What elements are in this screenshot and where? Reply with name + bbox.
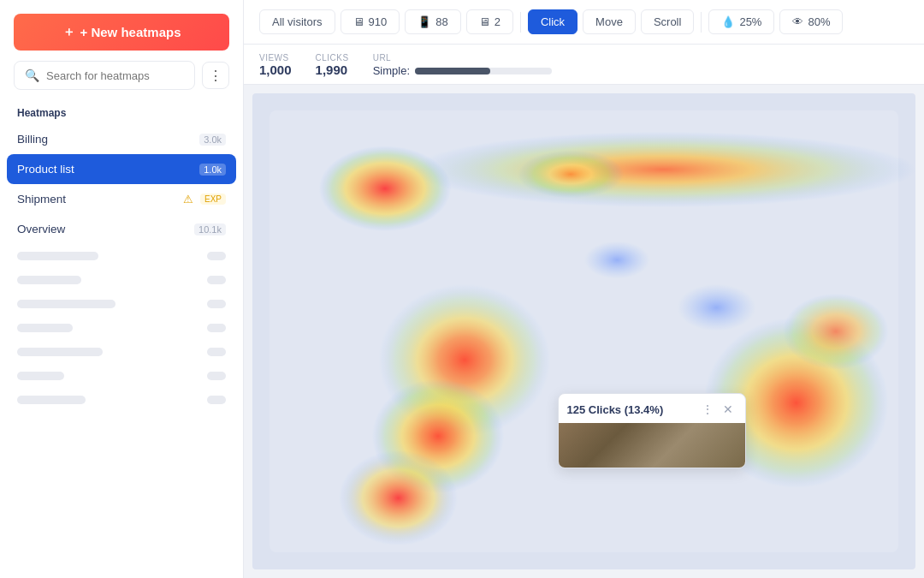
topbar: All visitors 🖥 910 📱 88 🖥 2 Click Move S…: [244, 0, 924, 45]
url-stat: URL Simple:: [373, 53, 552, 77]
popup-more-button[interactable]: ⋮: [699, 401, 716, 418]
views-label: VIEWS: [259, 53, 292, 63]
all-visitors-button[interactable]: All visitors: [259, 9, 335, 34]
click-button[interactable]: Click: [528, 9, 578, 34]
clicks-label: CLICKS: [316, 53, 349, 63]
scroll-label: Scroll: [654, 15, 682, 28]
clicks-stat: CLICKS 1,990: [316, 53, 349, 77]
sidebar-item-shipment[interactable]: Shipment ⚠ EXP: [0, 184, 243, 214]
divider-2: [701, 12, 702, 33]
skeleton-row-4: [0, 316, 243, 340]
more-options-button[interactable]: ⋮: [202, 62, 229, 89]
sidebar-item-product-label: Product list: [17, 163, 199, 176]
views-stat: VIEWS 1,000: [259, 53, 292, 77]
desktop-button[interactable]: 🖥 910: [341, 9, 400, 34]
stats-bar: VIEWS 1,000 CLICKS 1,990 URL Simple:: [244, 45, 924, 85]
scroll-button[interactable]: Scroll: [641, 9, 695, 34]
sidebar-item-overview-badge: 10.1k: [194, 223, 226, 235]
search-input-wrap[interactable]: 🔍: [14, 61, 195, 90]
heat-percent: 25%: [739, 15, 761, 28]
move-button[interactable]: Move: [583, 9, 636, 34]
all-visitors-label: All visitors: [272, 15, 323, 28]
heatmap-area[interactable]: 125 Clicks (13.4%) ⋮ ✕: [252, 93, 915, 569]
divider-1: [520, 12, 521, 33]
sidebar-item-overview[interactable]: Overview 10.1k: [0, 214, 243, 244]
sidebar-item-product-badge: 1.0k: [199, 164, 226, 176]
eye-percent: 80%: [808, 15, 830, 28]
url-bar-wrap: [415, 68, 552, 74]
click-popup-header: 125 Clicks (13.4%) ⋮ ✕: [559, 394, 745, 423]
sidebar-item-product-list[interactable]: Product list 1.0k: [7, 154, 236, 184]
eye-icon: 👁: [792, 15, 803, 28]
skeleton-row-7: [0, 388, 243, 412]
sidebar-item-shipment-badge: EXP: [200, 194, 226, 205]
monitor-count: 2: [495, 15, 500, 28]
views-value: 1,000: [259, 63, 292, 77]
popup-actions: ⋮ ✕: [699, 401, 737, 418]
warning-icon: ⚠: [183, 193, 193, 206]
skeleton-row-2: [0, 268, 243, 292]
sidebar: ＋ + New heatmaps 🔍 ⋮ Heatmaps Billing 3.…: [0, 0, 244, 578]
new-heatmap-button[interactable]: ＋ + New heatmaps: [14, 14, 229, 51]
page-overlay: [270, 110, 898, 552]
sidebar-item-shipment-label: Shipment: [17, 193, 183, 206]
new-heatmap-label: + New heatmaps: [80, 25, 181, 39]
search-input[interactable]: [46, 69, 184, 82]
eye-percent-button[interactable]: 👁 80%: [779, 9, 843, 34]
heat-percent-button[interactable]: 💧 25%: [708, 9, 774, 34]
search-bar: 🔍 ⋮: [14, 61, 229, 90]
section-title: Heatmaps: [0, 100, 243, 124]
url-name: Simple:: [373, 64, 410, 77]
popup-title: 125 Clicks (13.4%): [567, 403, 664, 416]
sidebar-item-billing[interactable]: Billing 3.0k: [0, 124, 243, 154]
tablet-count: 88: [435, 15, 447, 28]
url-bar-fill: [415, 68, 490, 74]
desktop-icon: 🖥: [353, 15, 364, 28]
sidebar-item-billing-badge: 3.0k: [199, 134, 226, 146]
sidebar-item-billing-label: Billing: [17, 133, 199, 146]
skeleton-row-6: [0, 364, 243, 388]
popup-close-button[interactable]: ✕: [720, 401, 737, 418]
search-icon: 🔍: [25, 69, 39, 82]
click-popup: 125 Clicks (13.4%) ⋮ ✕: [558, 393, 746, 468]
move-label: Move: [595, 15, 623, 28]
heat-icon: 💧: [721, 15, 735, 28]
plus-icon: ＋: [62, 24, 75, 40]
tablet-icon: 📱: [418, 15, 431, 28]
sidebar-item-overview-label: Overview: [17, 223, 194, 235]
clicks-value: 1,990: [316, 63, 349, 77]
monitor-button[interactable]: 🖥 2: [466, 9, 513, 34]
tablet-button[interactable]: 📱 88: [405, 9, 460, 34]
monitor-icon: 🖥: [479, 15, 490, 28]
skeleton-row-1: [0, 244, 243, 268]
click-label: Click: [541, 15, 565, 28]
popup-preview-image: [559, 423, 745, 468]
url-label: URL: [373, 53, 552, 63]
url-row: Simple:: [373, 64, 552, 77]
skeleton-row-3: [0, 292, 243, 316]
skeleton-row-5: [0, 340, 243, 364]
desktop-count: 910: [369, 15, 388, 28]
main-content: All visitors 🖥 910 📱 88 🖥 2 Click Move S…: [244, 0, 924, 578]
